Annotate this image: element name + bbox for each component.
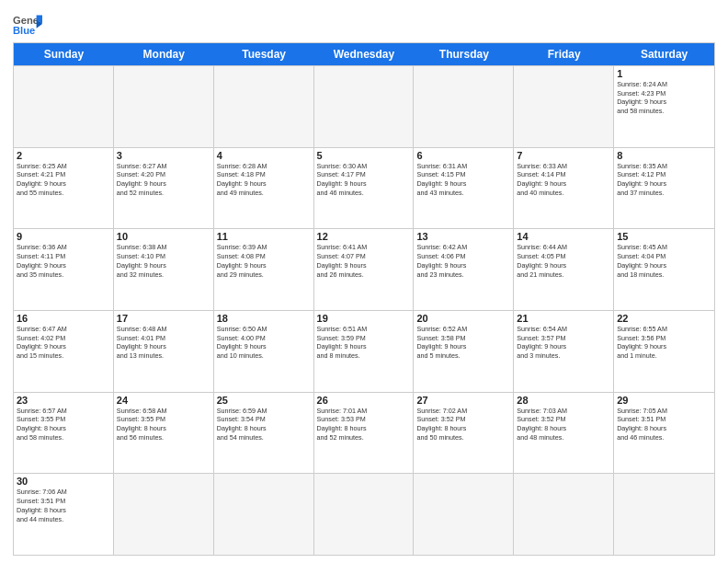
day-info: Sunrise: 6:35 AM Sunset: 4:12 PM Dayligh… (617, 162, 711, 198)
day-number: 19 (317, 313, 411, 324)
empty-cell (314, 474, 415, 555)
day-cell-11: 11Sunrise: 6:39 AM Sunset: 4:08 PM Dayli… (214, 229, 314, 310)
day-cell-24: 24Sunrise: 6:58 AM Sunset: 3:55 PM Dayli… (114, 393, 214, 474)
day-info: Sunrise: 7:05 AM Sunset: 3:51 PM Dayligh… (617, 407, 711, 442)
day-cell-8: 8Sunrise: 6:35 AM Sunset: 4:12 PM Daylig… (614, 148, 714, 229)
calendar-row-4: 16Sunrise: 6:47 AM Sunset: 4:02 PM Dayli… (14, 310, 714, 392)
empty-cell (114, 474, 214, 555)
day-cell-12: 12Sunrise: 6:41 AM Sunset: 4:07 PM Dayli… (314, 229, 415, 310)
day-cell-5: 5Sunrise: 6:30 AM Sunset: 4:17 PM Daylig… (314, 148, 415, 229)
empty-cell (514, 66, 614, 147)
day-number: 22 (617, 313, 711, 324)
empty-cell (114, 66, 214, 147)
day-info: Sunrise: 6:59 AM Sunset: 3:54 PM Dayligh… (217, 407, 311, 442)
empty-cell (414, 66, 514, 147)
day-number: 23 (17, 395, 110, 406)
logo: General Blue (13, 9, 42, 39)
day-number: 14 (517, 231, 610, 242)
empty-cell (514, 474, 614, 555)
day-number: 29 (617, 395, 711, 406)
empty-cell (214, 474, 314, 555)
day-info: Sunrise: 6:57 AM Sunset: 3:55 PM Dayligh… (17, 407, 110, 442)
empty-cell (414, 474, 514, 555)
empty-cell (14, 66, 114, 147)
day-number: 4 (217, 150, 311, 161)
day-cell-3: 3Sunrise: 6:27 AM Sunset: 4:20 PM Daylig… (114, 148, 214, 229)
day-number: 21 (517, 313, 610, 324)
day-number: 8 (617, 150, 711, 161)
empty-cell (214, 66, 314, 147)
day-info: Sunrise: 6:58 AM Sunset: 3:55 PM Dayligh… (117, 407, 210, 442)
day-cell-25: 25Sunrise: 6:59 AM Sunset: 3:54 PM Dayli… (214, 393, 314, 474)
day-number: 5 (317, 150, 411, 161)
day-cell-29: 29Sunrise: 7:05 AM Sunset: 3:51 PM Dayli… (614, 393, 714, 474)
day-cell-13: 13Sunrise: 6:42 AM Sunset: 4:06 PM Dayli… (414, 229, 514, 310)
calendar-row-5: 23Sunrise: 6:57 AM Sunset: 3:55 PM Dayli… (14, 392, 714, 474)
day-number: 15 (617, 231, 711, 242)
day-cell-2: 2Sunrise: 6:25 AM Sunset: 4:21 PM Daylig… (14, 148, 114, 229)
day-number: 16 (17, 313, 110, 324)
day-number: 12 (317, 231, 411, 242)
empty-cell (314, 66, 415, 147)
day-cell-30: 30Sunrise: 7:06 AM Sunset: 3:51 PM Dayli… (14, 474, 114, 555)
day-number: 20 (416, 313, 510, 324)
day-cell-9: 9Sunrise: 6:36 AM Sunset: 4:11 PM Daylig… (14, 229, 114, 310)
day-info: Sunrise: 6:27 AM Sunset: 4:20 PM Dayligh… (117, 162, 210, 198)
day-cell-1: 1Sunrise: 6:24 AM Sunset: 4:23 PM Daylig… (614, 66, 714, 147)
calendar-row-2: 2Sunrise: 6:25 AM Sunset: 4:21 PM Daylig… (14, 147, 714, 229)
weekday-header-thursday: Thursday (414, 43, 514, 65)
day-number: 9 (17, 231, 110, 242)
day-number: 30 (17, 476, 110, 487)
day-info: Sunrise: 6:45 AM Sunset: 4:04 PM Dayligh… (617, 243, 711, 279)
day-info: Sunrise: 6:30 AM Sunset: 4:17 PM Dayligh… (317, 162, 411, 198)
day-cell-20: 20Sunrise: 6:52 AM Sunset: 3:58 PM Dayli… (414, 311, 514, 392)
day-cell-23: 23Sunrise: 6:57 AM Sunset: 3:55 PM Dayli… (14, 393, 114, 474)
day-number: 17 (117, 313, 210, 324)
weekday-header-tuesday: Tuesday (214, 43, 314, 65)
day-info: Sunrise: 6:25 AM Sunset: 4:21 PM Dayligh… (17, 162, 110, 198)
day-number: 13 (416, 231, 510, 242)
day-cell-10: 10Sunrise: 6:38 AM Sunset: 4:10 PM Dayli… (114, 229, 214, 310)
day-info: Sunrise: 6:54 AM Sunset: 3:57 PM Dayligh… (517, 325, 610, 361)
day-number: 2 (17, 150, 110, 161)
day-cell-19: 19Sunrise: 6:51 AM Sunset: 3:59 PM Dayli… (314, 311, 415, 392)
weekday-header-friday: Friday (514, 43, 614, 65)
day-info: Sunrise: 7:02 AM Sunset: 3:52 PM Dayligh… (416, 407, 510, 442)
calendar-row-1: 1Sunrise: 6:24 AM Sunset: 4:23 PM Daylig… (14, 65, 714, 147)
day-info: Sunrise: 6:52 AM Sunset: 3:58 PM Dayligh… (416, 325, 510, 361)
day-number: 7 (517, 150, 610, 161)
day-number: 11 (217, 231, 311, 242)
day-cell-28: 28Sunrise: 7:03 AM Sunset: 3:52 PM Dayli… (514, 393, 614, 474)
day-cell-16: 16Sunrise: 6:47 AM Sunset: 4:02 PM Dayli… (14, 311, 114, 392)
day-info: Sunrise: 6:39 AM Sunset: 4:08 PM Dayligh… (217, 243, 311, 279)
weekday-header-sunday: Sunday (14, 43, 114, 65)
weekday-header-wednesday: Wednesday (314, 43, 415, 65)
day-cell-27: 27Sunrise: 7:02 AM Sunset: 3:52 PM Dayli… (414, 393, 514, 474)
day-info: Sunrise: 7:01 AM Sunset: 3:53 PM Dayligh… (317, 407, 411, 442)
day-cell-21: 21Sunrise: 6:54 AM Sunset: 3:57 PM Dayli… (514, 311, 614, 392)
header: General Blue (13, 9, 715, 39)
day-number: 1 (617, 68, 711, 79)
day-cell-26: 26Sunrise: 7:01 AM Sunset: 3:53 PM Dayli… (314, 393, 415, 474)
empty-cell (614, 474, 714, 555)
day-number: 3 (117, 150, 210, 161)
day-info: Sunrise: 6:31 AM Sunset: 4:15 PM Dayligh… (416, 162, 510, 198)
day-cell-15: 15Sunrise: 6:45 AM Sunset: 4:04 PM Dayli… (614, 229, 714, 310)
day-info: Sunrise: 6:38 AM Sunset: 4:10 PM Dayligh… (117, 243, 210, 279)
calendar-body: 1Sunrise: 6:24 AM Sunset: 4:23 PM Daylig… (14, 65, 714, 555)
day-number: 28 (517, 395, 610, 406)
day-info: Sunrise: 7:03 AM Sunset: 3:52 PM Dayligh… (517, 407, 610, 442)
day-number: 24 (117, 395, 210, 406)
day-info: Sunrise: 6:33 AM Sunset: 4:14 PM Dayligh… (517, 162, 610, 198)
calendar-header: SundayMondayTuesdayWednesdayThursdayFrid… (14, 43, 714, 65)
day-info: Sunrise: 6:55 AM Sunset: 3:56 PM Dayligh… (617, 325, 711, 361)
day-info: Sunrise: 6:42 AM Sunset: 4:06 PM Dayligh… (416, 243, 510, 279)
day-cell-17: 17Sunrise: 6:48 AM Sunset: 4:01 PM Dayli… (114, 311, 214, 392)
day-info: Sunrise: 6:47 AM Sunset: 4:02 PM Dayligh… (17, 325, 110, 361)
day-info: Sunrise: 6:48 AM Sunset: 4:01 PM Dayligh… (117, 325, 210, 361)
day-cell-6: 6Sunrise: 6:31 AM Sunset: 4:15 PM Daylig… (414, 148, 514, 229)
day-info: Sunrise: 6:24 AM Sunset: 4:23 PM Dayligh… (617, 80, 711, 116)
day-cell-4: 4Sunrise: 6:28 AM Sunset: 4:18 PM Daylig… (214, 148, 314, 229)
day-cell-22: 22Sunrise: 6:55 AM Sunset: 3:56 PM Dayli… (614, 311, 714, 392)
day-info: Sunrise: 6:51 AM Sunset: 3:59 PM Dayligh… (317, 325, 411, 361)
